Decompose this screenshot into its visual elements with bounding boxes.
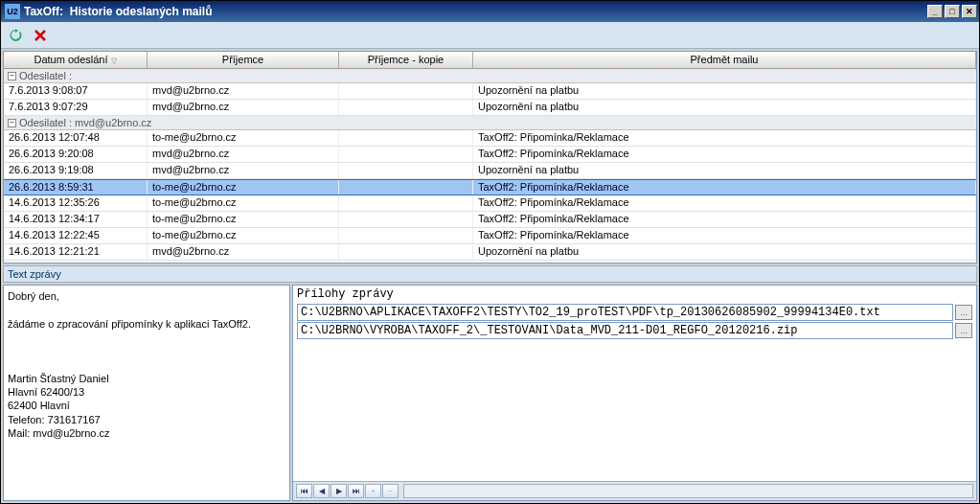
nav-remove-button[interactable]: − — [382, 484, 399, 498]
table-row[interactable]: 14.6.2013 12:34:17to-me@u2brno.czTaxOff2… — [4, 212, 976, 228]
signature-addr2: 62400 Hlavní — [8, 399, 285, 412]
cell-recipient-copy — [339, 163, 473, 178]
table-row[interactable]: 7.6.2013 9:08:07mvd@u2brno.czUpozornění … — [4, 83, 976, 100]
cell-recipient: mvd@u2brno.cz — [148, 147, 339, 162]
cell-recipient-copy — [339, 130, 473, 146]
cell-subject: TaxOff2: Připomínka/Reklamace — [473, 228, 976, 243]
message-section-header: Text zprávy — [3, 265, 977, 283]
table-row[interactable]: 26.6.2013 9:19:08mvd@u2brno.czUpozornění… — [4, 163, 976, 179]
record-navigator: ⏮ ◀ ▶ ⏭ + − — [293, 481, 976, 500]
cell-recipient: mvd@u2brno.cz — [148, 244, 339, 260]
collapse-icon[interactable]: − — [8, 119, 16, 127]
message-greeting: Dobrý den, — [8, 289, 285, 303]
table-row[interactable]: 26.6.2013 12:07:48to-me@u2brno.czTaxOff2… — [4, 130, 976, 147]
cell-recipient-copy — [339, 244, 473, 260]
cell-subject: Upozornění na platbu — [473, 100, 976, 115]
collapse-icon[interactable]: − — [8, 72, 16, 80]
message-body: žádáme o zpracování připomínky k aplikac… — [8, 317, 285, 331]
col-recipient-copy[interactable]: Příjemce - kopie — [339, 52, 473, 68]
minimize-button[interactable]: _ — [927, 5, 943, 18]
cell-recipient: to-me@u2brno.cz — [148, 228, 339, 243]
signature-addr1: Hlavní 62400/13 — [8, 385, 285, 399]
nav-next-button[interactable]: ▶ — [330, 484, 347, 498]
window-title: TaxOff: Historie odeslaných mailů — [24, 5, 925, 18]
sort-indicator-icon: ▽ — [111, 57, 117, 65]
cell-recipient: to-me@u2brno.cz — [148, 130, 339, 146]
signature-mail: Mail: mvd@u2brno.cz — [8, 426, 285, 440]
table-row[interactable]: 26.6.2013 9:20:08mvd@u2brno.czTaxOff2: P… — [4, 147, 976, 163]
table-row[interactable]: 14.6.2013 12:22:45to-me@u2brno.czTaxOff2… — [4, 228, 976, 244]
cell-date: 26.6.2013 9:20:08 — [4, 147, 148, 162]
signature-name: Martin Šťastný Daniel — [8, 372, 285, 385]
cell-date: 26.6.2013 9:19:08 — [4, 163, 148, 178]
cell-recipient-copy — [339, 212, 473, 227]
col-subject[interactable]: Předmět mailu — [473, 52, 976, 68]
cell-date: 26.6.2013 12:07:48 — [4, 130, 148, 146]
cell-subject: TaxOff2: Připomínka/Reklamace — [473, 180, 976, 195]
attachment-browse-button[interactable]: … — [955, 323, 972, 338]
cell-recipient: to-me@u2brno.cz — [148, 195, 339, 211]
message-text-panel[interactable]: Dobrý den, žádáme o zpracování připomínk… — [3, 285, 290, 501]
signature-phone: Telefon: 731617167 — [8, 413, 285, 426]
attachment-path-input[interactable] — [297, 304, 953, 321]
group-label: Odesilatel : — [19, 70, 72, 81]
nav-scrollbar[interactable] — [403, 484, 973, 498]
cell-date: 14.6.2013 12:21:21 — [4, 244, 148, 260]
attachment-path-input[interactable] — [297, 322, 953, 339]
refresh-icon — [8, 28, 23, 43]
cell-recipient: to-me@u2brno.cz — [148, 180, 339, 195]
cell-date: 7.6.2013 9:07:29 — [4, 100, 148, 115]
app-icon: U2 — [5, 4, 20, 19]
cell-subject: Upozornění na platbu — [473, 244, 976, 260]
cell-date: 14.6.2013 12:35:26 — [4, 195, 148, 211]
cell-subject: TaxOff2: Připomínka/Reklamace — [473, 195, 976, 211]
delete-button[interactable] — [29, 25, 52, 46]
group-header[interactable]: −Odesilatel : mvd@u2brno.cz — [4, 116, 976, 130]
cell-recipient: to-me@u2brno.cz — [148, 212, 339, 227]
cell-date: 14.6.2013 12:34:17 — [4, 212, 148, 227]
close-button[interactable]: ✕ — [962, 5, 977, 18]
cell-recipient: mvd@u2brno.cz — [148, 100, 339, 115]
grid-header: Datum odeslání ▽ Příjemce Příjemce - kop… — [4, 52, 976, 69]
refresh-button[interactable] — [4, 25, 27, 46]
grid-body[interactable]: −Odesilatel :7.6.2013 9:08:07mvd@u2brno.… — [4, 69, 976, 263]
window-titlebar: U2 TaxOff: Historie odeslaných mailů _ □… — [1, 1, 979, 22]
cell-subject: TaxOff2: Připomínka/Reklamace — [473, 147, 976, 162]
cell-date: 14.6.2013 12:22:45 — [4, 228, 148, 243]
cell-subject: Upozornění na platbu — [473, 83, 976, 99]
attachments-label: Přílohy zprávy — [293, 286, 976, 303]
nav-add-button[interactable]: + — [365, 484, 381, 498]
nav-first-button[interactable]: ⏮ — [296, 484, 312, 498]
nav-last-button[interactable]: ⏭ — [348, 484, 364, 498]
cell-subject: TaxOff2: Připomínka/Reklamace — [473, 130, 976, 146]
cell-recipient: mvd@u2brno.cz — [148, 83, 339, 99]
cell-date: 7.6.2013 9:08:07 — [4, 83, 148, 99]
cell-recipient-copy — [339, 147, 473, 162]
nav-prev-button[interactable]: ◀ — [313, 484, 330, 498]
cell-recipient-copy — [339, 83, 473, 99]
toolbar — [1, 22, 979, 49]
group-label: Odesilatel : mvd@u2brno.cz — [19, 117, 151, 128]
maximize-button[interactable]: □ — [945, 5, 960, 18]
cell-recipient: mvd@u2brno.cz — [148, 163, 339, 178]
cell-recipient-copy — [339, 228, 473, 243]
cell-recipient-copy — [339, 195, 473, 211]
cell-subject: TaxOff2: Připomínka/Reklamace — [473, 212, 976, 227]
table-row[interactable]: 14.6.2013 12:35:26to-me@u2brno.czTaxOff2… — [4, 195, 976, 212]
mail-grid: Datum odeslání ▽ Příjemce Příjemce - kop… — [3, 51, 977, 263]
cell-recipient-copy — [339, 180, 473, 195]
table-row[interactable]: 14.6.2013 12:21:21mvd@u2brno.czUpozorněn… — [4, 244, 976, 261]
delete-x-icon — [33, 28, 48, 43]
cell-date: 26.6.2013 8:59:31 — [4, 180, 148, 195]
attachment-browse-button[interactable]: … — [955, 305, 972, 320]
group-header[interactable]: −Odesilatel : — [4, 69, 976, 83]
cell-recipient-copy — [339, 100, 473, 115]
attachment-row: … — [297, 304, 972, 321]
col-date[interactable]: Datum odeslání ▽ — [4, 52, 148, 68]
table-row[interactable]: 26.6.2013 8:59:31to-me@u2brno.czTaxOff2:… — [4, 179, 976, 195]
attachment-row: … — [297, 322, 972, 339]
attachments-panel: Přílohy zprávy …… ⏮ ◀ ▶ ⏭ + − — [292, 285, 977, 501]
cell-subject: Upozornění na platbu — [473, 163, 976, 178]
table-row[interactable]: 7.6.2013 9:07:29mvd@u2brno.czUpozornění … — [4, 100, 976, 116]
col-recipient[interactable]: Příjemce — [148, 52, 339, 68]
